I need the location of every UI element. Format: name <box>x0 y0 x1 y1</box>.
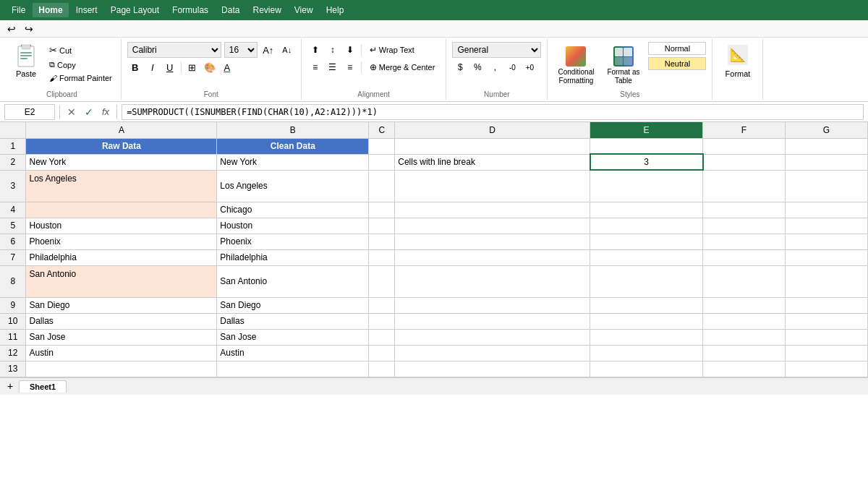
cell-d13[interactable] <box>395 361 590 377</box>
cell-c2[interactable] <box>369 154 395 170</box>
cell-b1[interactable]: Clean Data <box>217 138 369 154</box>
cell-e6[interactable] <box>590 234 703 249</box>
menu-formulas[interactable]: Formulas <box>166 3 214 17</box>
col-header-g[interactable]: G <box>785 122 867 138</box>
align-bottom-btn[interactable]: ⬇ <box>342 42 358 58</box>
comma-btn[interactable]: , <box>487 59 503 75</box>
cell-g2[interactable] <box>785 154 867 170</box>
cell-f1[interactable] <box>703 138 786 154</box>
cell-c9[interactable] <box>369 297 395 313</box>
menu-review[interactable]: Review <box>247 3 286 17</box>
cell-g12[interactable] <box>785 345 867 361</box>
cell-d2[interactable]: Cells with line break <box>395 154 590 170</box>
menu-home[interactable]: Home <box>33 3 68 17</box>
row-num-5[interactable]: 5 <box>0 218 26 234</box>
fill-color-btn[interactable]: 🎨 <box>202 59 218 75</box>
cell-c11[interactable] <box>369 329 395 345</box>
cell-f6[interactable] <box>703 234 786 249</box>
cell-b5[interactable]: Houston <box>217 218 369 234</box>
copy-button[interactable]: ⧉ Copy <box>46 59 115 71</box>
cell-d9[interactable] <box>395 297 590 313</box>
cell-b2[interactable]: New York <box>217 154 369 170</box>
row-num-9[interactable]: 9 <box>0 297 26 313</box>
cell-e13[interactable] <box>590 361 703 377</box>
cell-b7[interactable]: Philadelphia <box>217 249 369 265</box>
neutral-style-btn[interactable]: Neutral <box>648 57 706 70</box>
row-num-6[interactable]: 6 <box>0 234 26 249</box>
cell-a2[interactable]: New York <box>26 154 217 170</box>
cell-a12[interactable]: Austin <box>26 345 217 361</box>
font-color-btn[interactable]: A <box>219 59 235 75</box>
cell-a1[interactable]: Raw Data <box>26 138 217 154</box>
col-header-d[interactable]: D <box>395 122 590 138</box>
decrease-decimal-btn[interactable]: -0 <box>504 59 520 75</box>
cell-e8[interactable] <box>590 265 703 297</box>
merge-center-button[interactable]: ⊕ Merge & Center <box>365 60 441 74</box>
cell-c6[interactable] <box>369 234 395 249</box>
cell-d7[interactable] <box>395 249 590 265</box>
cell-g4[interactable] <box>785 202 867 218</box>
cell-g10[interactable] <box>785 313 867 329</box>
increase-font-btn[interactable]: A↑ <box>260 42 276 58</box>
cell-reference-input[interactable] <box>4 104 55 120</box>
cell-f11[interactable] <box>703 329 786 345</box>
cell-g8[interactable] <box>785 265 867 297</box>
cell-a13[interactable] <box>26 361 217 377</box>
cell-f5[interactable] <box>703 218 786 234</box>
cell-g9[interactable] <box>785 297 867 313</box>
cell-b12[interactable]: Austin <box>217 345 369 361</box>
cell-g13[interactable] <box>785 361 867 377</box>
cell-d5[interactable] <box>395 218 590 234</box>
formula-input[interactable] <box>122 104 864 120</box>
cell-b3[interactable]: Los Angeles <box>217 170 369 202</box>
cell-e7[interactable] <box>590 249 703 265</box>
insert-function-btn[interactable]: fx <box>99 106 112 117</box>
menu-page-layout[interactable]: Page Layout <box>105 3 165 17</box>
wrap-text-button[interactable]: ↵ Wrap Text <box>365 43 420 57</box>
cell-e10[interactable] <box>590 313 703 329</box>
cell-f4[interactable] <box>703 202 786 218</box>
cell-e3[interactable] <box>590 170 703 202</box>
row-num-7[interactable]: 7 <box>0 249 26 265</box>
cell-d1[interactable] <box>395 138 590 154</box>
left-align-btn[interactable]: ≡ <box>307 59 323 75</box>
cell-d3[interactable] <box>395 170 590 202</box>
cell-c10[interactable] <box>369 313 395 329</box>
cell-a11[interactable]: San Jose <box>26 329 217 345</box>
col-header-c[interactable]: C <box>369 122 395 138</box>
cell-d4[interactable] <box>395 202 590 218</box>
cell-b11[interactable]: San Jose <box>217 329 369 345</box>
cell-b9[interactable]: San Diego <box>217 297 369 313</box>
cell-a10[interactable]: Dallas <box>26 313 217 329</box>
cell-a7[interactable]: Philadelphia <box>26 249 217 265</box>
bold-btn[interactable]: B <box>127 59 143 75</box>
col-header-a[interactable]: A <box>26 122 217 138</box>
redo-btn[interactable]: ↪ <box>22 22 36 36</box>
format-as-table-btn[interactable]: Format asTable <box>603 42 644 88</box>
cell-f3[interactable] <box>703 170 786 202</box>
cell-c4[interactable] <box>369 202 395 218</box>
cell-d12[interactable] <box>395 345 590 361</box>
cell-c1[interactable] <box>369 138 395 154</box>
format-painter-button[interactable]: 🖌 Format Painter <box>46 72 115 84</box>
row-num-12[interactable]: 12 <box>0 345 26 361</box>
cell-e2[interactable]: 3 <box>590 154 703 170</box>
menu-view[interactable]: View <box>289 3 319 17</box>
cell-c5[interactable] <box>369 218 395 234</box>
row-num-4[interactable]: 4 <box>0 202 26 218</box>
paste-button[interactable]: Paste <box>9 40 43 88</box>
cell-f2[interactable] <box>703 154 786 170</box>
cell-e11[interactable] <box>590 329 703 345</box>
row-num-8[interactable]: 8 <box>0 265 26 297</box>
cell-f13[interactable] <box>703 361 786 377</box>
cut-button[interactable]: ✂ Cut <box>46 43 115 57</box>
number-format-select[interactable]: General <box>452 42 541 58</box>
cell-a9[interactable]: San Diego <box>26 297 217 313</box>
border-btn[interactable]: ⊞ <box>184 59 200 75</box>
cell-a4[interactable] <box>26 202 217 218</box>
row-num-10[interactable]: 10 <box>0 313 26 329</box>
sheet-tab-sheet1[interactable]: Sheet1 <box>19 380 67 393</box>
conditional-formatting-btn[interactable]: ConditionalFormatting <box>553 42 598 88</box>
cell-b13[interactable] <box>217 361 369 377</box>
decrease-font-btn[interactable]: A↓ <box>279 42 295 58</box>
